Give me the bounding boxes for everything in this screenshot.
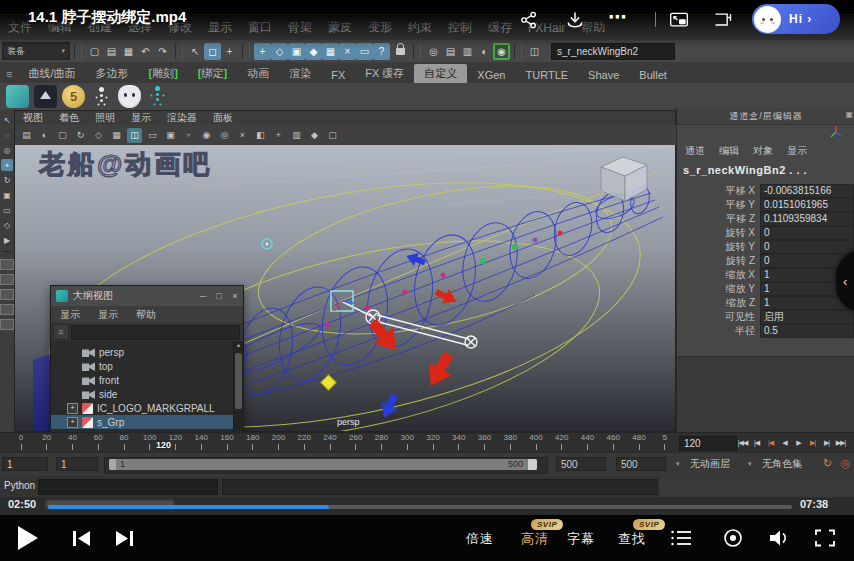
file-action-icon[interactable]: ▤ [103,43,120,60]
snap-icon[interactable]: ▭ [356,43,373,60]
next-video-button[interactable] [114,530,134,547]
channel-menu-item[interactable]: 编辑 [715,144,743,158]
cast-icon[interactable] [712,10,734,30]
tool-icon[interactable]: ◎ [1,144,13,156]
attribute-name[interactable]: 缩放 Y [677,282,760,296]
menu-item[interactable]: 变形 [360,19,400,36]
menu-item[interactable]: 约束 [400,19,440,36]
viewport-toolbar-icon[interactable]: ◆ [307,128,322,143]
play-button[interactable] [18,526,38,550]
record-gif-icon[interactable] [722,528,744,548]
render-icon[interactable]: ◐ [476,43,493,60]
shelf-tab[interactable]: [FX 缓存] [355,64,414,83]
tool-icon[interactable]: ◇ [1,219,13,231]
menu-item[interactable]: 蒙皮 [320,19,360,36]
window-control-icon[interactable]: ─ [195,291,211,301]
attribute-value-field[interactable]: 启用 [760,310,854,324]
outliner-search-input[interactable] [71,325,240,340]
viewport-toolbar-icon[interactable]: ◎ [217,128,232,143]
panel-menu-item[interactable]: 照明 [87,111,123,125]
viewport-toolbar-icon[interactable]: × [235,128,250,143]
fullscreen-icon[interactable] [814,528,836,548]
subtitles-button[interactable]: 字幕 [567,530,595,548]
shelf-tab[interactable]: [XGen] [467,67,515,83]
outliner-item[interactable]: side [51,387,243,401]
attribute-value-field[interactable]: 0 [760,240,854,254]
snap-icon[interactable]: ▣ [288,43,305,60]
shelf-tool-icon[interactable] [6,85,29,108]
attribute-value-field[interactable]: 0 [760,226,854,240]
shelf-tab[interactable]: [TURTLE] [516,67,579,83]
channel-menu-item[interactable]: 通道 [681,144,709,158]
viewport-toolbar-icon[interactable]: ▥ [289,128,304,143]
outliner-item[interactable]: front [51,373,243,387]
outliner-menu-item[interactable]: 显示 [89,308,127,322]
shelf-tool-icon[interactable]: 5 [62,85,85,108]
channel-menu-item[interactable]: 对象 [749,144,777,158]
attribute-name[interactable]: 旋转 X [677,226,760,240]
tool-icon[interactable]: ↻ [1,174,13,186]
expand-toggle-icon[interactable]: + [67,403,78,414]
shelf-tool-icon[interactable] [146,85,169,108]
find-button[interactable]: 查找 [618,530,646,548]
snap-icon[interactable]: ▦ [322,43,339,60]
outliner-title-bar[interactable]: 大纲视图 ─□× [51,286,243,307]
shelf-tool-icon[interactable] [90,85,113,108]
menuset-dropdown[interactable]: 装备 ▾ [2,42,70,60]
panel-menu-item[interactable]: 显示 [123,111,159,125]
viewport-toolbar-icon[interactable]: ◧ [253,128,268,143]
outliner-item[interactable]: persp [51,345,243,359]
playback-button[interactable]: ◀ [778,435,791,450]
channel-menu-item[interactable]: 显示 [783,144,811,158]
viewport-toolbar-icon[interactable]: ▦ [109,128,124,143]
previous-video-button[interactable] [72,530,92,547]
viewport-toolbar-icon[interactable]: ▢ [325,128,340,143]
character-set-dropdown[interactable]: 无角色集 [762,457,802,471]
playback-button[interactable]: |◀◀ [736,435,749,450]
shelf-tab[interactable]: [FX] [321,67,355,83]
viewport-toolbar-icon[interactable]: + [271,128,286,143]
viewport-toolbar-icon[interactable]: ↻ [73,128,88,143]
render-icon[interactable]: ▥ [459,43,476,60]
scroll-up-icon[interactable]: ▲ [234,342,243,348]
playback-start-field[interactable]: 1 [56,457,98,471]
range-handle-right[interactable] [528,459,537,470]
playback-end-field[interactable]: 500 [556,457,606,471]
selection-mode-icon[interactable]: + [221,43,238,60]
progress-bar[interactable] [48,505,792,509]
attribute-name[interactable]: 可见性 [677,310,760,324]
snap-icon[interactable]: ◆ [305,43,322,60]
dock-icon[interactable]: ▣ [845,110,853,119]
layout-thumbnail-button[interactable] [0,259,14,270]
lock-icon[interactable] [396,48,405,55]
attribute-name[interactable]: 旋转 Y [677,240,760,254]
shelf-tab[interactable]: [Bullet] [629,67,677,83]
viewport-toolbar-icon[interactable]: ▭ [145,128,160,143]
viewport-toolbar-icon[interactable]: ▫ [181,128,196,143]
outliner-menu-item[interactable]: 显示 [51,308,89,322]
file-action-icon[interactable]: ↷ [154,43,171,60]
viewport-toolbar-icon[interactable]: ◉ [199,128,214,143]
outliner-item[interactable]: + s_Grp [51,415,243,429]
shelf-tab[interactable]: [Shave] [578,67,629,83]
tool-icon[interactable]: ▶ [1,234,13,246]
playback-button[interactable]: |◀ [750,435,763,450]
file-action-icon[interactable]: ▦ [120,43,137,60]
render-icon[interactable]: ▤ [442,43,459,60]
shelf-tab[interactable]: [自定义] [414,64,467,83]
snap-icon[interactable]: ◇ [271,43,288,60]
panel-menu-item[interactable]: 视图 [15,111,51,125]
menu-item[interactable]: 骨架 [280,19,320,36]
attribute-value-field[interactable]: -0.0063815166 [760,184,854,198]
shelf-menu-icon[interactable]: ≡ [0,68,18,83]
playback-button[interactable]: |◀ [764,435,777,450]
snap-icon[interactable]: ? [373,43,390,60]
shelf-tab[interactable]: [曲线/曲面] [18,64,85,83]
attribute-name[interactable]: 平移 Z [677,212,760,226]
expand-toggle-icon[interactable]: + [67,417,78,428]
layout-thumbnail-button[interactable] [0,274,14,285]
attribute-name[interactable]: 平移 X [677,184,760,198]
playback-button[interactable]: ▶ [792,435,805,450]
viewport-toolbar-icon[interactable]: ◫ [127,128,142,143]
viewport-toolbar-icon[interactable]: ◐ [37,128,52,143]
